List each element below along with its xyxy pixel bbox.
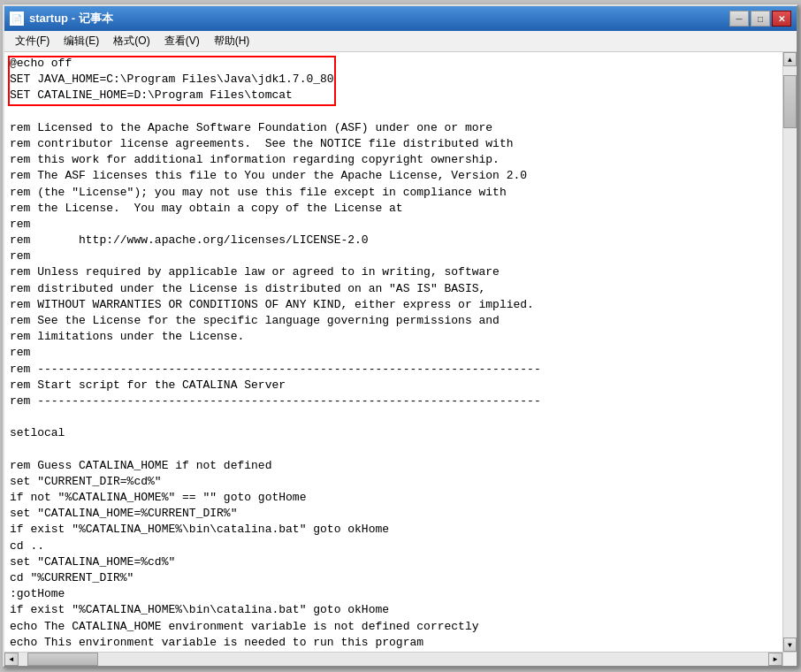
menu-bar: 文件(F) 编辑(E) 格式(O) 查看(V) 帮助(H) (4, 31, 797, 52)
scrollbar-corner (782, 652, 797, 666)
menu-format[interactable]: 格式(O) (106, 32, 156, 50)
menu-edit[interactable]: 编辑(E) (57, 32, 106, 50)
scroll-track-v[interactable] (783, 66, 797, 638)
scroll-down-button[interactable]: ▼ (783, 638, 797, 652)
main-window: 📄 startup - 记事本 ─ □ ✕ 文件(F) 编辑(E) 格式(O) … (3, 4, 798, 668)
window-title: startup - 记事本 (29, 11, 729, 27)
scroll-right-button[interactable]: ► (768, 653, 782, 666)
menu-view[interactable]: 查看(V) (157, 32, 207, 50)
menu-file[interactable]: 文件(F) (8, 32, 57, 50)
menu-help[interactable]: 帮助(H) (207, 32, 257, 50)
scroll-up-button[interactable]: ▲ (783, 52, 797, 66)
close-button[interactable]: ✕ (772, 11, 791, 27)
minimize-button[interactable]: ─ (729, 11, 749, 27)
title-bar: 📄 startup - 记事本 ─ □ ✕ (4, 6, 797, 31)
restore-button[interactable]: □ (751, 11, 770, 27)
scroll-track-h[interactable] (19, 653, 768, 666)
horizontal-scrollbar: ◄ ► (4, 652, 782, 666)
title-buttons: ─ □ ✕ (729, 11, 791, 27)
scroll-thumb-v[interactable] (783, 75, 797, 128)
vertical-scrollbar: ▲ ▼ (782, 52, 797, 652)
scroll-thumb-h[interactable] (27, 653, 98, 666)
bottom-row: ◄ ► (4, 652, 797, 666)
editor-area: @echo off SET JAVA_HOME=C:\Program Files… (4, 52, 797, 652)
text-editor[interactable]: @echo off SET JAVA_HOME=C:\Program Files… (4, 52, 782, 652)
text-wrapper: @echo off SET JAVA_HOME=C:\Program Files… (4, 52, 782, 652)
scroll-left-button[interactable]: ◄ (4, 653, 19, 666)
app-icon: 📄 (10, 11, 24, 26)
